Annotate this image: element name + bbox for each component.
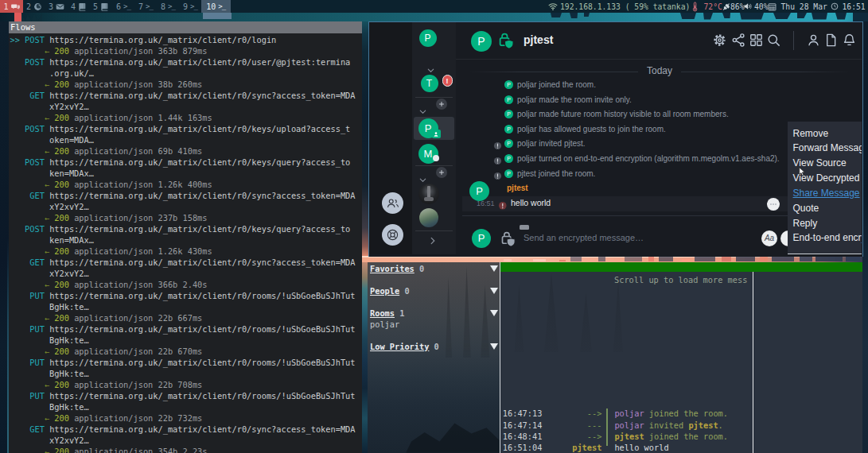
user-menu-avatar[interactable]: P	[419, 29, 437, 47]
wallpaper-silhouette	[682, 259, 690, 261]
flow-request-line[interactable]: POST https://termina.org.uk/_matrix/clie…	[9, 56, 362, 68]
state-event-text: poljar joined the room.	[517, 80, 596, 89]
wallpaper-silhouette	[815, 257, 843, 261]
wallpaper-tree	[570, 13, 578, 18]
wallpaper-silhouette	[736, 257, 755, 261]
help-button[interactable]	[382, 224, 403, 246]
flow-url-continuation: ken=MDAx…	[9, 168, 362, 179]
document-icon[interactable]	[823, 33, 839, 51]
flow-request-line[interactable]: GET https://termina.org.uk/_matrix/clien…	[9, 257, 362, 268]
flow-request-line[interactable]: POST https://termina.org.uk/_matrix/clie…	[9, 123, 362, 134]
composer-input[interactable]: Send an encrypted message…	[524, 233, 644, 242]
flow-request-line[interactable]: PUT https://termina.org.uk/_matrix/clien…	[9, 357, 362, 368]
state-event-text: poljar turned on end-to-end encryption (…	[517, 154, 780, 163]
search-icon[interactable]	[766, 33, 781, 51]
add-room-button[interactable]	[436, 167, 447, 178]
collapse-triangle-icon[interactable]	[490, 265, 498, 272]
flow-request-line[interactable]: >> POST https://termina.org.uk/_matrix/c…	[9, 34, 362, 45]
message-part: joined the room.	[644, 432, 728, 441]
chevron-down-icon[interactable]	[419, 103, 426, 117]
collapse-triangle-icon[interactable]	[490, 310, 498, 316]
status-item	[768, 0, 777, 13]
person-icon[interactable]	[806, 33, 821, 51]
wallpaper-tree	[740, 13, 764, 20]
warning-circle-icon	[493, 154, 502, 168]
room-avatar-photo[interactable]	[419, 208, 438, 227]
flow-request-line[interactable]: PUT https://termina.org.uk/_matrix/clien…	[9, 290, 362, 301]
flow-response-line: ← 200 application/json 22b 708ms	[9, 379, 362, 390]
room-group-header[interactable]: Low Priority 0	[370, 342, 439, 351]
room-header: Ppjtest	[456, 22, 862, 60]
collapse-triangle-icon[interactable]	[490, 288, 498, 294]
room-header-avatar[interactable]: P	[471, 31, 492, 52]
mitmproxy-window: Flows >> POST https://termina.org.uk/_ma…	[9, 21, 362, 453]
chevron-down-icon[interactable]	[427, 61, 434, 76]
element-window: PT!PMPpjtestTodayPpoljar joined the room…	[368, 21, 863, 257]
wallpaper-top-band	[0, 13, 868, 21]
chat-message-line: 16:51:04pjtesthello world	[503, 443, 669, 452]
flow-url-continuation: BgHk:te…	[9, 301, 362, 312]
menu-item-forward-message[interactable]: Forward Message	[793, 142, 862, 153]
menu-item-remove[interactable]: Remove	[793, 128, 829, 139]
room-avatar-photo[interactable]	[418, 184, 439, 204]
flow-url-continuation: BgHk:te…	[9, 335, 362, 346]
gear-icon[interactable]	[712, 33, 727, 51]
roomlist-panel: Favorites 0People 0Rooms 1Low Priority 0…	[368, 262, 500, 453]
flow-request-line[interactable]: POST https://termina.org.uk/_matrix/clie…	[9, 223, 362, 234]
flow-request-line[interactable]: PUT https://termina.org.uk/_matrix/clien…	[9, 323, 362, 335]
event-avatar[interactable]: P	[504, 95, 513, 104]
day-separator-label: Today	[647, 65, 672, 76]
flow-request-line[interactable]: GET https://termina.org.uk/_matrix/clien…	[9, 424, 362, 435]
clock-icon	[831, 2, 839, 10]
line-timestamp: 16:48:41	[503, 432, 543, 441]
event-avatar[interactable]: P	[504, 80, 513, 89]
flow-response-line: ← 200 application/json 22b 732ms	[9, 412, 362, 424]
flow-response-line: ← 200 application/json 38b 260ms	[9, 79, 362, 90]
composer-drag-handle[interactable]	[520, 225, 529, 230]
menu-item-share-message[interactable]: Share Message	[793, 188, 860, 199]
status-item	[548, 0, 558, 13]
flow-request-line[interactable]: GET https://termina.org.uk/_matrix/clien…	[9, 90, 362, 101]
message-avatar[interactable]: P	[469, 181, 489, 201]
event-avatar[interactable]: P	[504, 110, 513, 118]
invite-badge: !	[442, 75, 453, 87]
wallpaper-silhouette	[625, 257, 642, 261]
chevron-down-icon[interactable]	[419, 171, 426, 185]
status-widgets: 192.168.1.133 ( 59% tatanka)72°C86%40%Th…	[0, 0, 868, 13]
direct-chat-button[interactable]	[382, 192, 403, 214]
bell-icon[interactable]	[842, 33, 857, 51]
mouse-cursor	[799, 165, 805, 180]
flow-request-line[interactable]: GET https://termina.org.uk/_matrix/clien…	[9, 190, 362, 201]
flow-request-line[interactable]: POST https://termina.org.uk/_matrix/clie…	[9, 157, 362, 168]
add-room-button[interactable]	[436, 99, 447, 110]
grid-icon[interactable]	[749, 33, 764, 51]
menu-item-end-to-end-encryp[interactable]: End-to-end encryp	[793, 232, 862, 243]
menu-item-reply[interactable]: Reply	[793, 218, 818, 229]
room-group-header[interactable]: Favorites 0	[370, 264, 424, 273]
flow-response-line: ← 200 application/json 22b 667ms	[9, 312, 362, 323]
composer-avatar[interactable]: P	[472, 229, 491, 248]
event-avatar[interactable]: P	[504, 139, 513, 148]
collapse-triangle-icon[interactable]	[490, 343, 498, 350]
room-group-header[interactable]: People 0	[370, 286, 410, 296]
menu-item-quote[interactable]: Quote	[793, 203, 819, 214]
flow-request-line[interactable]: PUT https://termina.org.uk/_matrix/clien…	[9, 390, 362, 401]
status-item: 40%	[754, 0, 769, 13]
message-options-button[interactable]	[767, 198, 780, 211]
section-divider	[415, 97, 453, 98]
event-avatar[interactable]: P	[504, 154, 513, 163]
invite-room-avatar[interactable]: T	[421, 75, 438, 92]
time-text: 16:51	[843, 2, 866, 11]
wifi-icon	[548, 2, 558, 11]
wallpaper-tree	[584, 13, 590, 17]
room-group-header[interactable]: Rooms 1	[370, 308, 404, 318]
event-avatar[interactable]: P	[504, 169, 513, 178]
line-prefix: pjtest	[542, 443, 601, 452]
warning-circle-icon	[493, 169, 502, 184]
mitmproxy-flow-list[interactable]: >> POST https://termina.org.uk/_matrix/c…	[9, 34, 362, 453]
room-list-item[interactable]: poljar	[370, 319, 399, 329]
share-icon[interactable]	[731, 33, 746, 51]
chevron-right-icon[interactable]	[430, 234, 435, 248]
format-button[interactable]: Aa	[761, 230, 777, 246]
event-avatar[interactable]: P	[504, 125, 513, 134]
